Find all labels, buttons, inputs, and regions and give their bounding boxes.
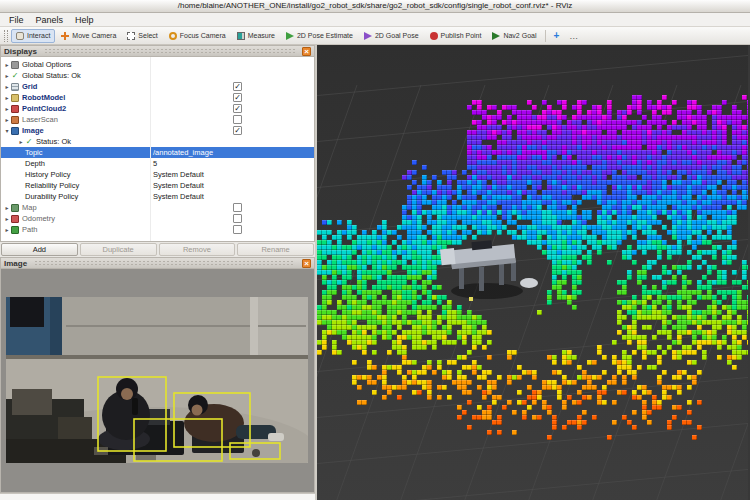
displays-close-icon[interactable]: × — [302, 47, 311, 56]
topic-value[interactable]: /annotated_image — [153, 148, 213, 157]
select-label: Select — [138, 32, 157, 39]
expander-arrow[interactable]: ▸ — [3, 105, 11, 112]
panel-header-texture — [34, 260, 295, 266]
image-panel-body — [0, 269, 315, 493]
displays-panel-header[interactable]: Displays × — [0, 45, 315, 57]
tree-label: PointCloud2 — [22, 104, 66, 113]
rviz-window: /home/blaine/ANOTHER_ONE/install/go2_rob… — [0, 0, 750, 500]
focus-camera-tool-button[interactable]: Focus Camera — [164, 29, 231, 43]
nav2-goal-tool-button[interactable]: Nav2 Goal — [487, 29, 541, 43]
toolbar-drag-handle[interactable] — [4, 30, 8, 42]
displays-tree[interactable]: ▸ Global Options ▸ ✓ Global Status: Ok ▸… — [0, 57, 315, 242]
path-icon — [11, 226, 19, 234]
expander-arrow[interactable]: ▸ — [3, 83, 11, 90]
expander-arrow[interactable]: ▸ — [17, 138, 25, 145]
tree-label: Grid — [22, 82, 37, 91]
measure-tool-button[interactable]: Measure — [232, 29, 280, 43]
tree-row-durability-policy[interactable]: Durability Policy System Default — [1, 191, 314, 202]
menu-panels[interactable]: Panels — [30, 15, 70, 25]
select-tool-button[interactable]: Select — [122, 29, 162, 43]
tree-label: Topic — [25, 148, 43, 157]
gear-icon — [11, 61, 19, 69]
interact-tool-label: Interact — [27, 32, 50, 39]
rename-display-button[interactable]: Rename — [237, 243, 314, 256]
tree-row-global-status[interactable]: ▸ ✓ Global Status: Ok — [1, 70, 314, 81]
expander-arrow[interactable]: ▾ — [3, 127, 11, 134]
nav2-goal-label: Nav2 Goal — [503, 32, 536, 39]
tree-row-path[interactable]: ▸ Path — [1, 224, 314, 235]
expander-arrow[interactable]: ▸ — [3, 226, 11, 233]
expander-arrow[interactable]: ▸ — [3, 116, 11, 123]
grid-checkbox[interactable]: ✓ — [233, 82, 242, 91]
menu-bar: File Panels Help — [0, 13, 750, 27]
tree-row-reliability-policy[interactable]: Reliability Policy System Default — [1, 180, 314, 191]
expander-arrow[interactable]: ▸ — [3, 61, 11, 68]
menu-file[interactable]: File — [3, 15, 30, 25]
focus-camera-icon — [169, 32, 177, 40]
durability-policy-value[interactable]: System Default — [153, 192, 204, 201]
interact-hand-icon — [16, 32, 24, 40]
publish-point-tool-button[interactable]: Publish Point — [425, 29, 487, 43]
tree-row-map[interactable]: ▸ Map — [1, 202, 314, 213]
robot-model-icon — [11, 94, 19, 102]
path-checkbox[interactable] — [233, 225, 242, 234]
tree-label: Odometry — [22, 214, 55, 223]
collapsed-panel-strip[interactable] — [0, 493, 315, 500]
toolbar-overflow-button[interactable]: … — [565, 30, 582, 42]
pointcloud-icon — [11, 105, 19, 113]
map-icon — [11, 204, 19, 212]
tree-row-grid[interactable]: ▸ Grid ✓ — [1, 81, 314, 92]
move-camera-tool-button[interactable]: Move Camera — [56, 29, 121, 43]
tree-row-robotmodel[interactable]: ▸ RobotModel ✓ — [1, 92, 314, 103]
select-icon — [127, 32, 135, 40]
left-column: Displays × ▸ Global Options ▸ ✓ Global S… — [0, 45, 317, 500]
goal-pose-label: 2D Goal Pose — [375, 32, 419, 39]
tree-label: Map — [22, 203, 37, 212]
tree-label: Image — [22, 126, 44, 135]
toolbar: Interact Move Camera Select Focus Camera… — [0, 27, 750, 45]
tree-row-topic[interactable]: Topic /annotated_image — [1, 147, 314, 158]
tree-label: Global Options — [22, 60, 72, 69]
focus-camera-label: Focus Camera — [180, 32, 226, 39]
3d-viewport-canvas[interactable] — [317, 45, 748, 500]
odometry-checkbox[interactable] — [233, 214, 242, 223]
add-display-button[interactable]: Add — [1, 243, 78, 256]
tree-row-laserscan[interactable]: ▸ LaserScan — [1, 114, 314, 125]
tree-row-odometry[interactable]: ▸ Odometry — [1, 213, 314, 224]
interact-tool-button[interactable]: Interact — [11, 29, 55, 43]
pose-estimate-tool-button[interactable]: 2D Pose Estimate — [281, 29, 358, 43]
pose-estimate-arrow-icon — [286, 32, 294, 40]
tree-row-history-policy[interactable]: History Policy System Default — [1, 169, 314, 180]
laserscan-checkbox[interactable] — [233, 115, 242, 124]
title-bar[interactable]: /home/blaine/ANOTHER_ONE/install/go2_rob… — [0, 0, 750, 13]
goal-pose-arrow-icon — [364, 32, 372, 40]
map-checkbox[interactable] — [233, 203, 242, 212]
tree-row-depth[interactable]: Depth 5 — [1, 158, 314, 169]
depth-value[interactable]: 5 — [153, 159, 157, 168]
tree-row-image[interactable]: ▾ Image ✓ — [1, 125, 314, 136]
expander-arrow[interactable]: ▸ — [3, 204, 11, 211]
history-policy-value[interactable]: System Default — [153, 170, 204, 179]
duplicate-display-button[interactable]: Duplicate — [80, 243, 157, 256]
goal-pose-tool-button[interactable]: 2D Goal Pose — [359, 29, 424, 43]
tree-row-pointcloud2[interactable]: ▸ PointCloud2 ✓ — [1, 103, 314, 114]
menu-help[interactable]: Help — [69, 15, 100, 25]
pointcloud2-checkbox[interactable]: ✓ — [233, 104, 242, 113]
tree-row-image-status[interactable]: ▸ ✓ Status: Ok — [1, 136, 314, 147]
expander-arrow[interactable]: ▸ — [3, 72, 11, 79]
tree-row-global-options[interactable]: ▸ Global Options — [1, 59, 314, 70]
expander-arrow[interactable]: ▸ — [3, 94, 11, 101]
expander-arrow[interactable]: ▸ — [3, 215, 11, 222]
robotmodel-checkbox[interactable]: ✓ — [233, 93, 242, 102]
add-tool-button[interactable]: + — [549, 29, 565, 42]
odometry-icon — [11, 215, 19, 223]
image-panel-header[interactable]: Image × — [0, 257, 315, 269]
reliability-policy-value[interactable]: System Default — [153, 181, 204, 190]
image-panel-close-icon[interactable]: × — [302, 259, 311, 268]
pose-estimate-label: 2D Pose Estimate — [297, 32, 353, 39]
remove-display-button[interactable]: Remove — [159, 243, 236, 256]
move-camera-label: Move Camera — [72, 32, 116, 39]
image-checkbox[interactable]: ✓ — [233, 126, 242, 135]
displays-panel-title: Displays — [4, 47, 37, 56]
image-display-icon — [11, 127, 19, 135]
